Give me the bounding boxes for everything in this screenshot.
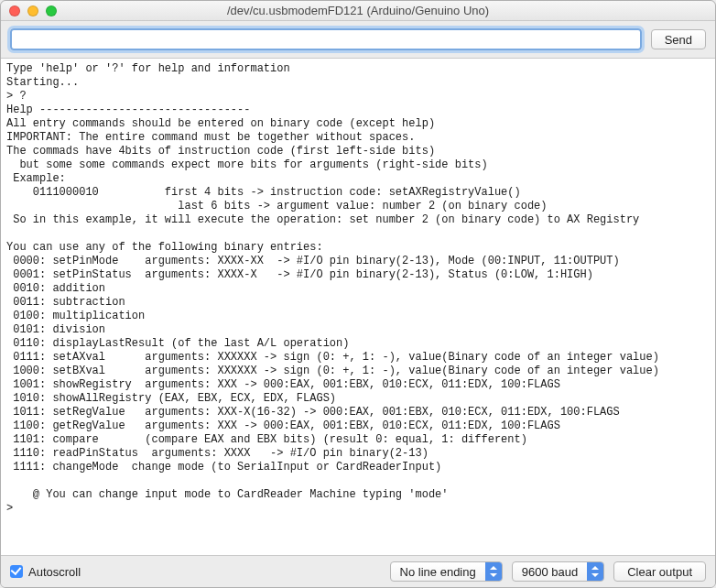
- send-button[interactable]: Send: [651, 29, 706, 49]
- titlebar: /dev/cu.usbmodemFD121 (Arduino/Genuino U…: [1, 1, 715, 21]
- zoom-icon[interactable]: [46, 5, 57, 16]
- autoscroll-checkbox[interactable]: Autoscroll: [10, 565, 81, 579]
- bottom-toolbar: Autoscroll No line ending 9600 baud Clea…: [1, 556, 715, 587]
- serial-console-output: Type 'help' or '?' for help and informat…: [1, 58, 715, 556]
- autoscroll-label: Autoscroll: [28, 565, 81, 579]
- close-icon[interactable]: [9, 5, 20, 16]
- command-input-bar: Send: [1, 21, 715, 58]
- baud-rate-select[interactable]: 9600 baud: [512, 561, 604, 582]
- minimize-icon[interactable]: [27, 5, 38, 16]
- checkbox-icon: [10, 565, 23, 578]
- line-ending-select[interactable]: No line ending: [390, 561, 503, 582]
- window-title: /dev/cu.usbmodemFD121 (Arduino/Genuino U…: [1, 4, 715, 17]
- command-input[interactable]: [10, 28, 642, 50]
- line-ending-selected: No line ending: [391, 562, 485, 581]
- baud-rate-selected: 9600 baud: [513, 562, 587, 581]
- clear-output-button[interactable]: Clear output: [613, 561, 706, 582]
- updown-arrows-icon: [485, 562, 502, 581]
- updown-arrows-icon: [587, 562, 603, 581]
- window-traffic-lights: [1, 5, 57, 16]
